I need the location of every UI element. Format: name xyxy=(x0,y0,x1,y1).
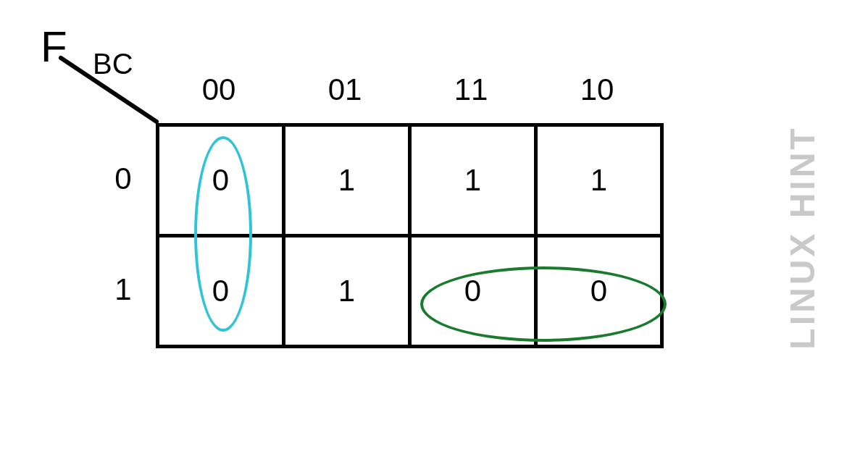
cell-0-1: 1 xyxy=(284,125,410,236)
kmap-row: 0 1 0 0 xyxy=(158,236,662,347)
row-header-1: 1 xyxy=(101,234,145,345)
col-header-00: 00 xyxy=(156,72,282,107)
cell-1-1: 1 xyxy=(284,236,410,347)
cell-1-2: 0 xyxy=(410,236,536,347)
col-header-10: 10 xyxy=(534,72,660,107)
cell-0-2: 1 xyxy=(410,125,536,236)
cell-0-0: 0 xyxy=(158,125,284,236)
function-label: F xyxy=(41,22,67,72)
watermark-text: LINUX HINT xyxy=(783,125,822,349)
column-variable-label: BC xyxy=(93,48,133,80)
kmap-diagram: F BC 00 01 11 10 0 1 0 1 1 1 0 1 0 0 LIN… xyxy=(0,0,868,475)
cell-1-3: 0 xyxy=(536,236,662,347)
col-header-11: 11 xyxy=(408,72,534,107)
kmap-row: 0 1 1 1 xyxy=(158,125,662,236)
row-headers: 0 1 xyxy=(101,123,145,345)
row-header-0: 0 xyxy=(101,123,145,234)
kmap-grid: 0 1 1 1 0 1 0 0 xyxy=(156,123,664,348)
column-headers: 00 01 11 10 xyxy=(156,72,660,107)
cell-0-3: 1 xyxy=(536,125,662,236)
col-header-01: 01 xyxy=(282,72,408,107)
cell-1-0: 0 xyxy=(158,236,284,347)
